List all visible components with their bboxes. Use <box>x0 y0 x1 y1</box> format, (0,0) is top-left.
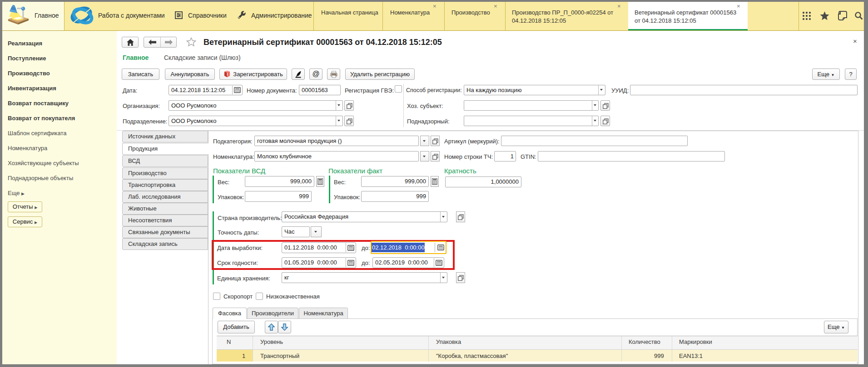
svg-text:!: ! <box>227 72 228 77</box>
